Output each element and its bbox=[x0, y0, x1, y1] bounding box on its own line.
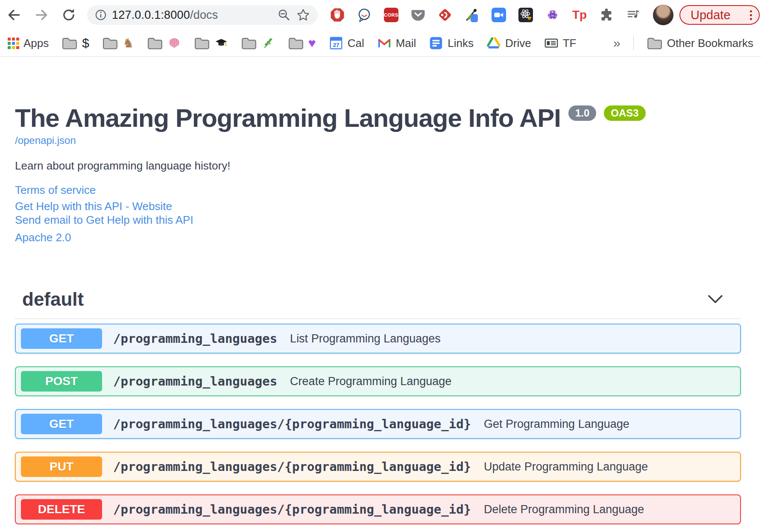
apps-shortcut[interactable]: Apps bbox=[8, 37, 49, 50]
help-email-link[interactable]: Send email to Get Help with this API bbox=[15, 213, 741, 227]
bookmarks-divider bbox=[633, 36, 634, 50]
extensions-puzzle-icon[interactable] bbox=[599, 7, 614, 23]
collapse-chevron-icon[interactable] bbox=[708, 295, 723, 304]
kebab-menu-icon[interactable] bbox=[750, 10, 752, 20]
operation-row-delete-language[interactable]: DELETE /programming_languages/{programmi… bbox=[15, 494, 741, 524]
bookmark-folder-brain[interactable] bbox=[147, 36, 181, 50]
operation-row-get-language[interactable]: GET /programming_languages/{programming_… bbox=[15, 409, 741, 439]
operation-summary: List Programming Languages bbox=[290, 332, 441, 345]
address-bar[interactable]: 127.0.0.1:8000/docs bbox=[87, 5, 318, 25]
operation-row-update-language[interactable]: PUT /programming_languages/{programming_… bbox=[15, 452, 741, 482]
operation-row-create-language[interactable]: POST /programming_languages Create Progr… bbox=[15, 366, 741, 396]
bookmark-folder-favorites[interactable]: ♥ bbox=[288, 36, 316, 50]
bookmark-folder-school[interactable] bbox=[194, 36, 228, 50]
graduation-cap-icon bbox=[214, 36, 228, 50]
operation-path: /programming_languages bbox=[113, 331, 277, 346]
svg-text:27: 27 bbox=[333, 42, 339, 48]
operation-row-list-languages[interactable]: GET /programming_languages List Programm… bbox=[15, 324, 741, 354]
bookmark-tf[interactable]: TF bbox=[544, 36, 577, 50]
other-bookmarks[interactable]: Other Bookmarks bbox=[647, 36, 753, 50]
calendar-label: Cal bbox=[348, 37, 364, 50]
tp-label: Tp bbox=[572, 8, 587, 22]
api-title-row: The Amazing Programming Language Info AP… bbox=[15, 105, 741, 132]
media-playlist-icon[interactable] bbox=[626, 7, 641, 23]
operation-summary: Create Programming Language bbox=[290, 375, 451, 388]
links-doc-icon bbox=[429, 36, 443, 50]
operation-summary: Update Programming Language bbox=[484, 460, 648, 474]
folder-icon bbox=[647, 36, 663, 50]
apps-label: Apps bbox=[23, 37, 49, 50]
url-path: /docs bbox=[190, 9, 218, 21]
back-icon[interactable] bbox=[6, 7, 22, 23]
folder-icon bbox=[147, 36, 163, 50]
update-button[interactable]: Update bbox=[679, 5, 760, 25]
gmail-icon bbox=[377, 36, 392, 50]
bookmark-star-icon[interactable] bbox=[296, 7, 311, 23]
drive-label: Drive bbox=[505, 37, 531, 50]
zoom-out-icon[interactable] bbox=[277, 8, 291, 22]
tp-extension-icon[interactable]: Tp bbox=[572, 7, 587, 23]
recycle-extension-icon[interactable]: ♻ in bbox=[545, 7, 560, 23]
eyedropper-extension-icon[interactable] bbox=[464, 7, 480, 23]
api-description: Learn about programming language history… bbox=[15, 159, 741, 172]
refresh-icon[interactable] bbox=[61, 7, 77, 23]
pocket-extension-icon[interactable] bbox=[410, 7, 426, 23]
method-badge: POST bbox=[21, 371, 102, 392]
folder-icon bbox=[102, 36, 118, 50]
tag-section-header[interactable]: default bbox=[15, 289, 741, 319]
bookmark-drive[interactable]: Drive bbox=[486, 36, 531, 50]
links-label: Links bbox=[448, 37, 474, 50]
help-website-link[interactable]: Get Help with this API - Website bbox=[15, 199, 741, 213]
section-title: default bbox=[22, 289, 84, 310]
bookmark-folder-finance[interactable]: $ bbox=[61, 36, 89, 50]
tf-card-icon bbox=[544, 36, 559, 50]
version-badge: 1.0 bbox=[568, 105, 596, 121]
operation-path: /programming_languages/{programming_lang… bbox=[113, 502, 471, 517]
update-label: Update bbox=[691, 8, 731, 22]
zoom-app-extension-icon[interactable] bbox=[491, 7, 506, 23]
oas3-badge: OAS3 bbox=[604, 105, 645, 121]
operation-summary: Delete Programming Language bbox=[484, 503, 644, 516]
operation-summary: Get Programming Language bbox=[484, 418, 629, 431]
recycle-core-badge: in bbox=[550, 13, 555, 18]
folder-icon bbox=[194, 36, 210, 50]
mail-label: Mail bbox=[396, 37, 416, 50]
diamond-arrow-extension-icon[interactable] bbox=[437, 7, 453, 23]
operations-list: GET /programming_languages List Programm… bbox=[15, 324, 741, 524]
cors-extension-icon[interactable]: CORS bbox=[383, 7, 399, 23]
folder-icon bbox=[61, 36, 78, 50]
other-bookmarks-label: Other Bookmarks bbox=[667, 37, 753, 50]
method-badge: GET bbox=[21, 414, 102, 434]
page-title: The Amazing Programming Language Info AP… bbox=[15, 105, 561, 132]
bookmark-mail[interactable]: Mail bbox=[377, 36, 416, 50]
bookmarks-overflow-chevron[interactable]: » bbox=[613, 36, 621, 50]
drive-icon bbox=[486, 36, 501, 50]
brain-icon bbox=[167, 36, 181, 50]
apps-grid-icon bbox=[8, 38, 19, 49]
url-text[interactable]: 127.0.0.1:8000/docs bbox=[112, 9, 218, 22]
folder-icon bbox=[288, 36, 304, 50]
profile-avatar[interactable] bbox=[653, 5, 673, 25]
forward-icon[interactable] bbox=[33, 7, 50, 23]
page-info-icon[interactable] bbox=[94, 8, 108, 22]
chat-bubble-extension-icon[interactable] bbox=[357, 7, 372, 23]
openapi-spec-link[interactable]: /openapi.json bbox=[15, 134, 76, 146]
license-link[interactable]: Apache 2.0 bbox=[15, 231, 71, 244]
react-devtools-extension-icon[interactable] bbox=[518, 7, 533, 23]
bookmark-folder-carousel[interactable]: ♞ bbox=[102, 36, 134, 50]
folder-icon bbox=[241, 36, 257, 50]
bookmark-calendar[interactable]: 27 Cal bbox=[329, 36, 364, 50]
contact-links: Get Help with this API - Website Send em… bbox=[15, 199, 741, 227]
herb-icon bbox=[261, 36, 275, 50]
calendar-icon: 27 bbox=[329, 36, 343, 50]
bookmarks-bar: Apps $ ♞ ♥ 27 Cal Mail Links Drive bbox=[0, 30, 761, 57]
adblock-extension-icon[interactable] bbox=[330, 7, 345, 23]
operation-path: /programming_languages/{programming_lang… bbox=[113, 459, 471, 474]
bookmark-links[interactable]: Links bbox=[429, 36, 474, 50]
extensions-cluster: CORS ♻ in Tp bbox=[330, 7, 641, 23]
method-badge: PUT bbox=[21, 456, 102, 477]
swagger-ui-page: The Amazing Programming Language Info AP… bbox=[0, 105, 756, 524]
tf-label: TF bbox=[563, 37, 577, 50]
terms-of-service-link[interactable]: Terms of service bbox=[15, 184, 96, 197]
bookmark-folder-herb[interactable] bbox=[241, 36, 275, 50]
